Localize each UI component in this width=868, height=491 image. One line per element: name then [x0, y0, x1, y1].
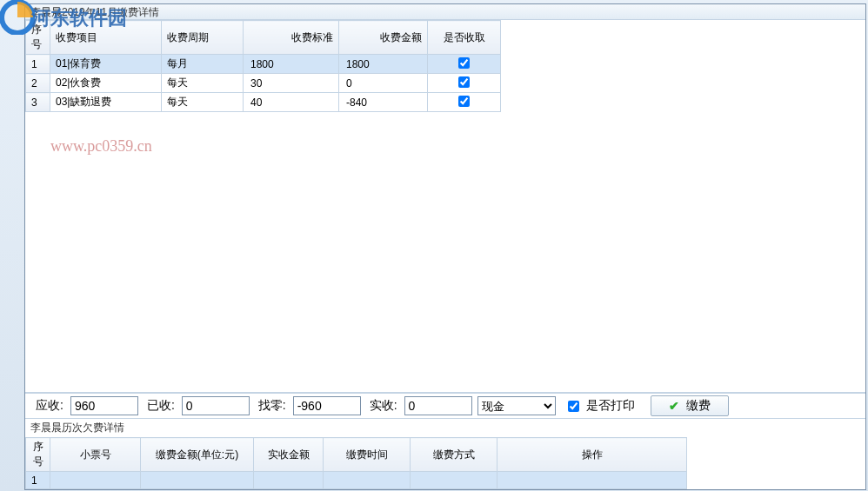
input-should[interactable] [70, 396, 138, 415]
summary-bar: 应收: 已收: 找零: 实收: 现金 是否打印 ✔ 缴费 [25, 393, 865, 419]
pay-button-label: 缴费 [686, 398, 711, 414]
cell-cycle: 每月 [162, 55, 244, 74]
checkbox-print[interactable] [568, 401, 579, 412]
cell-seq: 1 [26, 55, 50, 74]
hcell-way [411, 472, 497, 489]
input-already[interactable] [182, 396, 250, 415]
select-payment-method[interactable]: 现金 [477, 396, 556, 415]
cell-std: 30 [244, 74, 339, 93]
cell-seq: 3 [26, 93, 50, 112]
input-actual[interactable] [404, 396, 472, 415]
cell-std: 1800 [244, 55, 339, 74]
col-collect[interactable]: 是否收取 [428, 21, 501, 55]
cell-amount: -840 [339, 93, 428, 112]
table-row[interactable]: 303|缺勤退费每天40-840 [26, 93, 501, 112]
col-seq[interactable]: 序号 [26, 21, 50, 55]
cell-std: 40 [244, 93, 339, 112]
hcell-amount [141, 472, 254, 489]
fee-table-header: 序号 收费项目 收费周期 收费标准 收费金额 是否收取 [26, 21, 501, 55]
hcell-ticket [50, 472, 141, 489]
hcell-seq: 1 [26, 472, 50, 489]
hcol-amount[interactable]: 缴费金额(单位:元) [141, 438, 254, 472]
hcell-actual [254, 472, 324, 489]
history-title: 李晨晨历次欠费详情 [25, 419, 865, 437]
cell-amount: 1800 [339, 55, 428, 74]
hcol-way[interactable]: 缴费方式 [411, 438, 497, 472]
label-actual: 实收: [370, 398, 397, 414]
table-row[interactable]: 202|伙食费每天300 [26, 74, 501, 93]
col-amount[interactable]: 收费金额 [339, 21, 428, 55]
history-table: 序号 小票号 缴费金额(单位:元) 实收金额 缴费时间 缴费方式 操作 1 [25, 437, 865, 489]
table-row[interactable]: 1 [26, 472, 687, 489]
hcol-seq[interactable]: 序号 [26, 438, 50, 472]
check-icon: ✔ [669, 399, 679, 413]
input-change[interactable] [293, 396, 361, 415]
hcol-op[interactable]: 操作 [497, 438, 687, 472]
window-title: 李晨晨2019年11月缴费详情 [25, 4, 865, 20]
cell-item: 03|缺勤退费 [50, 93, 162, 112]
row-checkbox[interactable] [458, 76, 470, 88]
cell-seq: 2 [26, 74, 50, 93]
cell-collect [428, 93, 501, 112]
hcol-time[interactable]: 缴费时间 [324, 438, 411, 472]
pay-button[interactable]: ✔ 缴费 [651, 395, 729, 416]
payment-window: 李晨晨2019年11月缴费详情 序号 收费项目 收费周期 收费标准 收费金额 是… [24, 3, 866, 490]
cell-item: 01|保育费 [50, 55, 162, 74]
cell-item: 02|伙食费 [50, 74, 162, 93]
table-row[interactable]: 101|保育费每月18001800 [26, 55, 501, 74]
label-already: 已收: [147, 398, 175, 414]
col-cycle[interactable]: 收费周期 [162, 21, 244, 55]
col-item[interactable]: 收费项目 [50, 21, 162, 55]
row-checkbox[interactable] [458, 57, 470, 69]
cell-cycle: 每天 [162, 74, 244, 93]
fee-table: 序号 收费项目 收费周期 收费标准 收费金额 是否收取 101|保育费每月180… [25, 20, 865, 393]
cell-collect [428, 55, 501, 74]
cell-cycle: 每天 [162, 93, 244, 112]
hcell-op [497, 472, 687, 489]
hcell-time [324, 472, 411, 489]
cell-collect [428, 74, 501, 93]
label-should: 应收: [36, 398, 63, 414]
col-std[interactable]: 收费标准 [244, 21, 339, 55]
hcol-actual[interactable]: 实收金额 [254, 438, 324, 472]
label-print: 是否打印 [586, 398, 635, 414]
row-checkbox[interactable] [458, 96, 470, 107]
cell-amount: 0 [339, 74, 428, 93]
hcol-ticket[interactable]: 小票号 [50, 438, 141, 472]
history-table-header: 序号 小票号 缴费金额(单位:元) 实收金额 缴费时间 缴费方式 操作 [26, 438, 687, 472]
label-change: 找零: [258, 398, 286, 414]
